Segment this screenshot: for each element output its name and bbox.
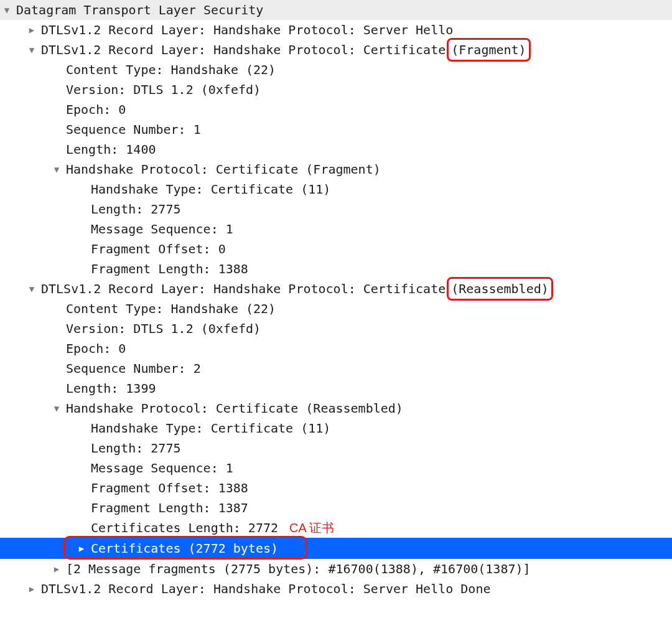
field-message-sequence[interactable]: Message Sequence: 1 [0, 219, 672, 239]
expand-toggle-icon[interactable]: ▼ [51, 403, 62, 414]
field-label: Length: 2775 [91, 438, 181, 458]
field-label: Version: DTLS 1.2 (0xfefd) [66, 80, 261, 100]
field-label: Message Sequence: 1 [91, 219, 233, 239]
field-label: Fragment Length: 1387 [91, 498, 248, 518]
field-length[interactable]: Length: 1399 [0, 378, 672, 398]
field-handshake-length[interactable]: Length: 2775 [0, 199, 672, 219]
field-fragment-offset[interactable]: Fragment Offset: 0 [0, 239, 672, 259]
handshake-protocol-reassembled[interactable]: ▼ Handshake Protocol: Certificate (Reass… [0, 398, 672, 418]
field-label: Length: 1400 [66, 139, 156, 159]
field-label: Version: DTLS 1.2 (0xfefd) [66, 319, 261, 339]
protocol-header-label: Datagram Transport Layer Security [16, 0, 263, 20]
field-version[interactable]: Version: DTLS 1.2 (0xfefd) [0, 319, 672, 339]
field-label: Epoch: 0 [66, 100, 126, 120]
record-certificate-fragment[interactable]: ▼ DTLSv1.2 Record Layer: Handshake Proto… [0, 40, 672, 60]
record-label: DTLSv1.2 Record Layer: Handshake Protoco… [41, 40, 446, 60]
field-label: Handshake Type: Certificate (11) [91, 418, 330, 438]
handshake-label: Handshake Protocol: Certificate (Fragmen… [66, 159, 381, 179]
field-handshake-length[interactable]: Length: 2775 [0, 438, 672, 458]
field-label: Fragment Length: 1388 [91, 259, 248, 279]
handshake-protocol-fragment[interactable]: ▼ Handshake Protocol: Certificate (Fragm… [0, 159, 672, 179]
expand-toggle-icon[interactable]: ▼ [26, 44, 37, 55]
field-handshake-type[interactable]: Handshake Type: Certificate (11) [0, 179, 672, 199]
record-label: DTLSv1.2 Record Layer: Handshake Protoco… [41, 20, 453, 40]
fragment-callout: (Fragment) [447, 38, 530, 62]
expand-toggle-icon[interactable]: ▼ [26, 283, 37, 294]
field-label: Length: 2775 [91, 199, 181, 219]
handshake-label: Handshake Protocol: Certificate (Reassem… [66, 398, 403, 418]
certificates-node-selected[interactable]: ▶ Certificates (2772 bytes) [0, 538, 672, 559]
record-server-hello-done[interactable]: ▶ DTLSv1.2 Record Layer: Handshake Proto… [0, 579, 672, 599]
field-version[interactable]: Version: DTLS 1.2 (0xfefd) [0, 80, 672, 100]
field-label: Handshake Type: Certificate (11) [91, 179, 330, 199]
field-label: Content Type: Handshake (22) [66, 299, 276, 319]
protocol-header-row[interactable]: ▼ Datagram Transport Layer Security [0, 0, 672, 20]
record-label: DTLSv1.2 Record Layer: Handshake Protoco… [41, 279, 446, 299]
record-certificate-reassembled[interactable]: ▼ DTLSv1.2 Record Layer: Handshake Proto… [0, 279, 672, 299]
field-label: Length: 1399 [66, 378, 156, 398]
field-sequence-number[interactable]: Sequence Number: 2 [0, 359, 672, 378]
fragments-label: [2 Message fragments (2775 bytes): #1670… [66, 559, 531, 579]
certificates-label: Certificates (2772 bytes) [91, 538, 278, 558]
field-label: Fragment Offset: 0 [91, 239, 226, 259]
expand-toggle-icon[interactable]: ▶ [76, 543, 87, 554]
expand-toggle-icon[interactable]: ▶ [26, 583, 37, 594]
reassembled-callout: (Reassembled) [447, 277, 553, 301]
field-content-type[interactable]: Content Type: Handshake (22) [0, 299, 672, 319]
field-fragment-length[interactable]: Fragment Length: 1388 [0, 259, 672, 279]
field-label: Sequence Number: 2 [66, 359, 201, 378]
field-certificates-length[interactable]: Certificates Length: 2772 CA 证书 [0, 518, 672, 538]
field-length[interactable]: Length: 1400 [0, 139, 672, 159]
field-message-sequence[interactable]: Message Sequence: 1 [0, 458, 672, 478]
expand-toggle-icon[interactable]: ▼ [51, 164, 62, 175]
field-label: Fragment Offset: 1388 [91, 478, 248, 498]
field-sequence-number[interactable]: Sequence Number: 1 [0, 120, 672, 139]
field-epoch[interactable]: Epoch: 0 [0, 339, 672, 359]
expand-toggle-icon[interactable]: ▶ [51, 563, 62, 574]
expand-toggle-icon[interactable]: ▼ [1, 4, 12, 16]
field-label: Certificates Length: 2772 [91, 518, 278, 538]
field-label: Content Type: Handshake (22) [66, 60, 276, 80]
field-fragment-length[interactable]: Fragment Length: 1387 [0, 498, 672, 518]
expand-toggle-icon[interactable]: ▶ [26, 24, 37, 35]
field-epoch[interactable]: Epoch: 0 [0, 100, 672, 120]
message-fragments-summary[interactable]: ▶ [2 Message fragments (2775 bytes): #16… [0, 559, 672, 579]
field-label: Sequence Number: 1 [66, 120, 201, 139]
field-content-type[interactable]: Content Type: Handshake (22) [0, 60, 672, 80]
packet-detail-tree: ▼ Datagram Transport Layer Security ▶ DT… [0, 0, 672, 605]
record-server-hello[interactable]: ▶ DTLSv1.2 Record Layer: Handshake Proto… [0, 20, 672, 40]
ca-cert-annotation: CA 证书 [278, 518, 334, 538]
field-label: Message Sequence: 1 [91, 458, 233, 478]
record-label: DTLSv1.2 Record Layer: Handshake Protoco… [41, 579, 490, 599]
field-label: Epoch: 0 [66, 339, 126, 359]
field-handshake-type[interactable]: Handshake Type: Certificate (11) [0, 418, 672, 438]
field-fragment-offset[interactable]: Fragment Offset: 1388 [0, 478, 672, 498]
